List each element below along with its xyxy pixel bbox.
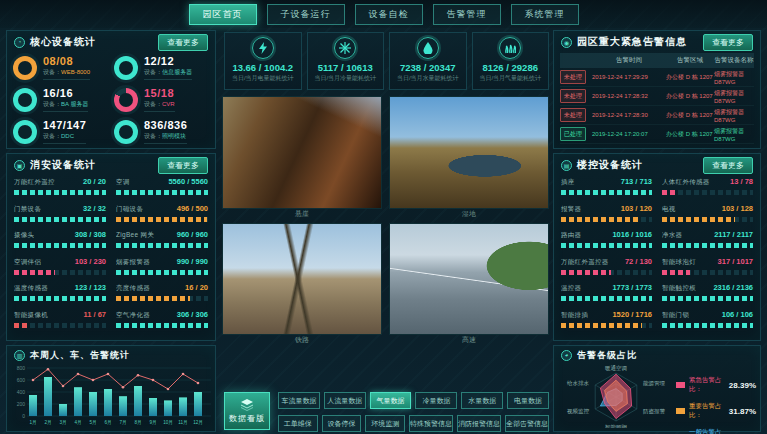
alarm-device: 烟雾报警器 D87WG	[714, 108, 754, 123]
nav-button-水量数据[interactable]: 水量数据	[461, 392, 503, 409]
nav-button-冷量数据[interactable]: 冷量数据	[415, 392, 457, 409]
device-bar-label: 空调伴侣	[14, 258, 41, 267]
device-bar-track	[14, 296, 106, 301]
nav-button-电量数据[interactable]: 电量数据	[507, 392, 549, 409]
device-bar-fill	[561, 323, 642, 328]
alarm-status-badge: 未处理	[560, 108, 586, 122]
device-bar-label: 报警器	[561, 205, 581, 214]
device-bar-fill	[561, 243, 652, 248]
device-bar-fill	[662, 270, 690, 275]
nav-button-人流量数据[interactable]: 人流量数据	[324, 392, 366, 409]
svg-text:5月: 5月	[89, 420, 96, 426]
device-bar-label: 万能红外遥控	[14, 178, 55, 187]
device-bar-row: 报警器103 / 120	[561, 204, 652, 231]
video-cell-4: 高速	[389, 223, 549, 347]
legend-swatch	[676, 382, 685, 388]
fire-panel-header: ▣ 消安设备统计 查看更多	[7, 154, 215, 176]
week-stats-panel: ▥ 本周人、车、告警统计 02004006008001月2月3月4月5月6月7月…	[6, 345, 216, 432]
device-bar-fill	[14, 217, 106, 222]
building-more-button[interactable]: 查看更多	[703, 157, 753, 174]
nav-button-消防报警信息[interactable]: 消防报警信息	[457, 415, 501, 432]
alarm-row[interactable]: 已处理2019-12-24 17:20:07办公楼 D 栋 1207烟雾报警器 …	[560, 125, 754, 144]
alarm-panel-title: 园区重大紧急告警信息	[577, 35, 687, 49]
donut-gauge	[13, 120, 37, 144]
nav-button-设备停保[interactable]: 设备停保	[322, 415, 362, 432]
device-bar-top: 路由器1016 / 1016	[561, 230, 652, 240]
core-device-value: 12/12	[144, 55, 192, 67]
lightning-icon	[252, 37, 274, 59]
data-board-button[interactable]: 数据看版	[224, 392, 270, 430]
core-device-text: 15/18设备：CVR	[144, 87, 175, 112]
nav-button-气量数据[interactable]: 气量数据	[370, 392, 412, 409]
svg-text:200: 200	[17, 401, 26, 407]
device-bar-value: 11 / 67	[83, 310, 106, 319]
alarm-area: 办公楼 D 栋 1207	[666, 130, 714, 139]
device-bar-value: 32 / 32	[83, 204, 106, 213]
top-tab-子设备运行[interactable]: 子设备运行	[267, 4, 345, 25]
device-bar-top: 插座713 / 713	[561, 177, 652, 187]
nav-button-环境监测[interactable]: 环境监测	[365, 415, 405, 432]
nav-button-特殊预警信息[interactable]: 特殊预警信息	[409, 415, 453, 432]
svg-text:智能照明: 智能照明	[605, 424, 627, 428]
device-bar-top: 智能球泡灯317 / 1017	[662, 257, 753, 267]
nav-button-工单维保[interactable]: 工单维保	[278, 415, 318, 432]
device-bar-top: 门磁设备496 / 500	[116, 204, 208, 214]
alarm-row[interactable]: 未处理2019-12-24 17:29:29办公楼 D 栋 1207烟雾报警器 …	[560, 68, 754, 87]
device-bar-track	[662, 270, 753, 275]
device-bar-fill	[116, 323, 208, 328]
energy-card-caption: 当日/当月电量能耗统计	[232, 74, 294, 83]
nav-button-车流量数据[interactable]: 车流量数据	[278, 392, 320, 409]
alarm-time: 2019-12-24 17:28:32	[592, 93, 666, 99]
video-caption: 铁路	[222, 335, 382, 346]
building-panel-header: ▤ 楼控设备统计 查看更多	[554, 154, 760, 176]
core-device-item: 147/147设备：DDC	[13, 119, 108, 144]
core-device-value: 15/18	[144, 87, 175, 99]
device-bar-row: 亮度传感器16 / 20	[116, 283, 208, 310]
legend-label: 一般告警占比：	[689, 428, 725, 434]
alarm-time: 2019-12-24 17:28:30	[592, 112, 666, 118]
radar-panel-header: ◕ 告警各级占比	[554, 346, 760, 364]
alarm-table: 告警时间告警区域告警设备名称未处理2019-12-24 17:29:29办公楼 …	[554, 53, 760, 144]
water-drop-icon	[417, 37, 439, 59]
top-tab-告警管理[interactable]: 告警管理	[433, 4, 501, 25]
alarm-status-badge: 未处理	[560, 89, 586, 103]
device-bar-top: ZigBee 网关960 / 960	[116, 230, 208, 240]
alarm-row[interactable]: 未处理2019-12-24 17:28:32办公楼 D 栋 1207烟雾报警器 …	[560, 87, 754, 106]
video-feed-railway[interactable]	[222, 223, 382, 336]
core-more-button[interactable]: 查看更多	[158, 34, 208, 51]
video-feed-highway[interactable]	[389, 223, 549, 336]
top-tab-设备自检[interactable]: 设备自检	[355, 4, 423, 25]
video-feed-wetland[interactable]	[389, 96, 549, 209]
device-bar-row: 门磁设备496 / 500	[116, 204, 208, 231]
svg-text:3月: 3月	[59, 420, 66, 426]
device-bar-track	[14, 190, 106, 195]
top-tab-系统管理[interactable]: 系统管理	[511, 4, 579, 25]
energy-card-caption: 当日/当月气量能耗统计	[479, 74, 541, 83]
device-bar-track	[116, 323, 208, 328]
gas-icon	[499, 37, 521, 59]
video-feed-cliff[interactable]	[222, 96, 382, 209]
device-bar-value: 1016 / 1016	[612, 230, 652, 239]
nav-button-全部告警信息[interactable]: 全部告警信息	[505, 415, 549, 432]
svg-text:10月: 10月	[163, 420, 173, 426]
device-bar-value: 2316 / 2136	[713, 283, 753, 292]
device-bar-value: 2117 / 2117	[714, 230, 753, 239]
svg-text:8月: 8月	[134, 420, 141, 426]
device-bar-label: 智能球泡灯	[662, 258, 696, 267]
fire-more-button[interactable]: 查看更多	[158, 157, 208, 174]
device-bar-fill	[116, 270, 208, 275]
device-bar-label: 智能门锁	[662, 311, 689, 320]
bottom-nav-row-1: 车流量数据人流量数据气量数据冷量数据水量数据电量数据	[278, 392, 549, 409]
top-tab-园区首页[interactable]: 园区首页	[189, 4, 257, 25]
alarm-area: 办公楼 D 栋 1207	[666, 92, 714, 101]
device-bar-fill	[14, 296, 106, 301]
building-icon: ▤	[561, 160, 572, 171]
alarm-row[interactable]: 未处理2019-12-24 17:28:30办公楼 D 栋 1207烟雾报警器 …	[560, 106, 754, 125]
device-bar-row: 电视103 / 128	[662, 204, 753, 231]
core-device-name: 设备：CVR	[144, 100, 175, 112]
radar-legend: 紧急告警占比：28.39%重要告警占比：31.87%一般告警占比：37.94%	[676, 376, 756, 434]
video-caption: 湿地	[389, 209, 549, 220]
alarm-more-button[interactable]: 查看更多	[703, 34, 753, 51]
device-bar-row: 智能排插1520 / 1716	[561, 310, 652, 337]
device-bar-top: 智能触控板2316 / 2136	[662, 283, 753, 293]
